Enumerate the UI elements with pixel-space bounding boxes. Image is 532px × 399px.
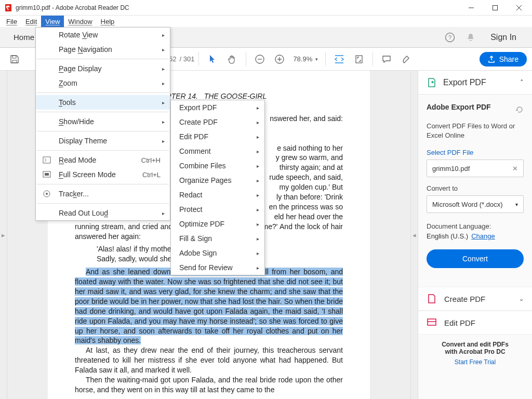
doc-highlighted: And as she leaned down to drink, the loc…	[75, 267, 343, 345]
tools-submenu: Export PDF▸ Create PDF▸ Edit PDF▸ Commen…	[170, 100, 265, 275]
submenu-adobe-sign[interactable]: Adobe Sign▸	[171, 246, 264, 260]
convert-button[interactable]: Convert	[427, 249, 524, 268]
share-label: Share	[499, 55, 518, 63]
hand-tool-icon[interactable]	[223, 50, 242, 69]
share-button[interactable]: Share	[480, 52, 527, 66]
select-file-label: Select PDF File	[427, 149, 524, 156]
page-total: / 301	[179, 55, 194, 63]
submenu-combine-files[interactable]: Combine Files▸	[171, 158, 264, 173]
submenu-comment[interactable]: Comment▸	[171, 144, 264, 158]
export-pdf-header[interactable]: Export PDF ˄	[418, 71, 532, 95]
convert-format-select[interactable]: Microsoft Word (*.docx) ▾	[427, 195, 524, 213]
minimize-button[interactable]	[459, 0, 483, 16]
svg-rect-7	[356, 56, 362, 63]
edit-pdf-label: Edit PDF	[444, 318, 475, 327]
menu-rotate-view[interactable]: Rotate View▸	[36, 28, 170, 42]
svg-rect-11	[45, 173, 49, 176]
print-icon[interactable]	[25, 50, 35, 69]
edit-pdf-row[interactable]: Edit PDF	[418, 311, 532, 335]
create-pdf-icon	[427, 294, 437, 304]
tracker-icon	[42, 189, 51, 198]
menu-edit[interactable]: Edit	[21, 16, 41, 27]
fullscreen-icon	[42, 170, 51, 179]
menu-help[interactable]: Help	[97, 16, 119, 27]
bell-icon[interactable]	[460, 27, 481, 48]
right-collapse-strip[interactable]: ◂	[410, 71, 418, 399]
submenu-create-pdf[interactable]: Create PDF▸	[171, 115, 264, 129]
create-pdf-label: Create PDF	[444, 295, 512, 303]
svg-rect-8	[428, 319, 436, 325]
window-title: grimm10.pdf - Adobe Acrobat Reader DC	[16, 4, 459, 11]
menu-read-out-loud[interactable]: Read Out Loud▸	[36, 206, 170, 220]
change-language-link[interactable]: Change	[471, 232, 495, 240]
zoom-out-icon[interactable]	[250, 50, 269, 69]
refresh-icon[interactable]	[515, 105, 524, 114]
svg-rect-3	[12, 56, 16, 58]
highlight-icon[interactable]	[397, 50, 416, 69]
submenu-export-pdf[interactable]: Export PDF▸	[171, 100, 264, 115]
titlebar: grimm10.pdf - Adobe Acrobat Reader DC	[0, 0, 532, 16]
clear-file-icon[interactable]: ✕	[512, 165, 518, 172]
close-button[interactable]	[507, 0, 531, 16]
help-icon[interactable]: ?	[440, 27, 460, 48]
menu-view[interactable]: View	[41, 16, 64, 27]
submenu-edit-pdf[interactable]: Edit PDF▸	[171, 129, 264, 144]
svg-rect-0	[493, 5, 498, 10]
svg-rect-9	[43, 157, 50, 163]
chevron-down-icon: ▾	[515, 202, 518, 207]
menubar: File Edit View Window Help	[0, 16, 532, 27]
export-title: Adobe Export PDF	[427, 103, 511, 111]
menu-read-mode[interactable]: Read ModeCtrl+H	[36, 153, 170, 167]
doc-language-label: Document Language:	[427, 222, 524, 230]
select-tool-icon[interactable]	[203, 50, 222, 69]
export-pdf-icon	[427, 77, 437, 88]
selected-filename: grimm10.pdf	[432, 165, 470, 172]
zoom-level[interactable]: 78.9%▾	[290, 55, 321, 63]
menu-display-theme[interactable]: Display Theme▸	[36, 134, 170, 148]
read-mode-icon	[42, 155, 51, 165]
export-pdf-label: Export PDF	[443, 78, 514, 87]
create-pdf-row[interactable]: Create PDF ⌄	[418, 287, 532, 311]
free-trial-link[interactable]: Start Free Trial	[423, 358, 527, 366]
selected-file-box[interactable]: grimm10.pdf ✕	[427, 159, 524, 177]
submenu-send-for-review[interactable]: Send for Review▸	[171, 260, 264, 275]
submenu-redact[interactable]: Redact▸	[171, 188, 264, 202]
submenu-organize-pages[interactable]: Organize Pages▸	[171, 173, 264, 188]
menu-window[interactable]: Window	[64, 16, 96, 27]
upload-icon	[488, 56, 495, 63]
comment-icon[interactable]	[377, 50, 396, 69]
menu-page-display[interactable]: Page Display▸	[36, 61, 170, 76]
menu-full-screen[interactable]: Full Screen ModeCtrl+L	[36, 167, 170, 182]
submenu-protect[interactable]: Protect▸	[171, 202, 264, 217]
convert-format-value: Microsoft Word (*.docx)	[432, 201, 503, 208]
menu-tracker[interactable]: Tracker...	[36, 187, 170, 201]
acrobat-logo-icon	[4, 4, 12, 12]
save-icon[interactable]	[5, 50, 24, 69]
chevron-up-icon: ˄	[520, 78, 524, 86]
menu-show-hide[interactable]: Show/Hide▸	[36, 114, 170, 129]
maximize-button[interactable]	[483, 0, 507, 16]
doc-language-value: English (U.S.)Change	[427, 232, 524, 240]
export-subtitle: Convert PDF Files to Word or Excel Onlin…	[427, 122, 524, 140]
menu-zoom[interactable]: Zoom▸	[36, 76, 170, 90]
doc-text: At last, as they drew near the end of th…	[75, 345, 343, 375]
submenu-optimize-pdf[interactable]: Optimize PDF▸	[171, 217, 264, 231]
promo-block: Convert and edit PDFs with Acrobat Pro D…	[418, 335, 532, 372]
convert-to-label: Convert to	[427, 184, 524, 192]
edit-pdf-icon	[427, 317, 437, 328]
menu-page-navigation[interactable]: Page Navigation▸	[36, 42, 170, 57]
menu-file[interactable]: File	[2, 16, 21, 27]
svg-rect-4	[12, 60, 17, 63]
submenu-fill-sign[interactable]: Fill & Sign▸	[171, 231, 264, 246]
signin-link[interactable]: Sign In	[481, 33, 526, 42]
fit-page-icon[interactable]	[350, 50, 368, 69]
page-indicator: 52 / 301	[169, 55, 194, 63]
svg-text:?: ?	[448, 34, 451, 41]
chevron-down-icon: ⌄	[519, 296, 524, 302]
menu-tools[interactable]: Tools▸	[36, 95, 170, 110]
fit-width-icon[interactable]	[330, 50, 349, 69]
doc-text: Then the waiting-maid got upon Falada, a…	[75, 375, 343, 395]
right-panel: Export PDF ˄ Adobe Export PDF Convert PD…	[418, 71, 532, 399]
zoom-in-icon[interactable]	[270, 50, 289, 69]
left-collapse-strip[interactable]: ▸	[0, 71, 7, 399]
